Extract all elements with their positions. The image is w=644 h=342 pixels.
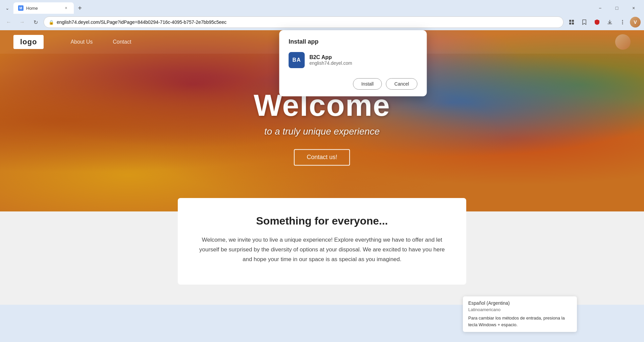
close-window-button[interactable]: × xyxy=(626,3,641,13)
app-domain: english74.deyel.com xyxy=(309,60,352,66)
toolbar-actions: V xyxy=(566,17,641,28)
svg-point-5 xyxy=(622,22,623,23)
maximize-button[interactable]: □ xyxy=(609,3,625,13)
install-button[interactable]: Install xyxy=(353,78,382,90)
active-tab[interactable]: M Home × xyxy=(13,2,74,14)
app-name: B2C App xyxy=(309,54,352,60)
bookmark-button[interactable] xyxy=(579,17,590,28)
cancel-button[interactable]: Cancel xyxy=(386,78,418,90)
svg-rect-1 xyxy=(572,20,574,22)
address-bar-row: ← → ↻ 🔒 english74.deyel.com/SLPage?idPag… xyxy=(0,14,644,30)
svg-point-4 xyxy=(622,20,623,21)
tab-strip: M Home × + xyxy=(13,2,591,14)
tab-overflow-btn[interactable]: ⌄ xyxy=(3,3,12,13)
svg-point-6 xyxy=(622,23,623,25)
window-controls: − □ × xyxy=(592,3,641,13)
minimize-button[interactable]: − xyxy=(592,3,608,13)
extensions-button[interactable] xyxy=(566,17,577,28)
language-option-2: Latinoamericano xyxy=(468,307,572,312)
svg-rect-0 xyxy=(569,20,571,22)
browser-chrome: ⌄ M Home × + − □ × ← → ↻ 🔒 english74.dey… xyxy=(0,0,644,30)
tab-close-button[interactable]: × xyxy=(63,5,69,11)
title-bar: ⌄ M Home × + − □ × xyxy=(0,0,644,14)
profile-avatar[interactable]: V xyxy=(630,17,641,28)
svg-rect-2 xyxy=(569,22,571,25)
dialog-buttons: Install Cancel xyxy=(288,78,417,90)
url-text: english74.deyel.com/SLPage?idPage=844b02… xyxy=(57,19,558,25)
bitwarden-button[interactable] xyxy=(592,17,602,28)
downloads-button[interactable] xyxy=(604,17,615,28)
language-option-1: Español (Argentina) xyxy=(468,300,572,306)
app-info: B2C App english74.deyel.com xyxy=(309,54,352,66)
dialog-title: Install app xyxy=(288,38,417,45)
new-tab-button[interactable]: + xyxy=(75,3,85,13)
language-hint: Para cambiar los métodos de entrada, pre… xyxy=(468,315,572,328)
forward-button[interactable]: → xyxy=(17,17,28,28)
app-icon: BA xyxy=(288,52,305,68)
lock-icon: 🔒 xyxy=(49,20,54,25)
tab-title: Home xyxy=(26,6,60,11)
language-tooltip: Español (Argentina) Latinoamericano Para… xyxy=(463,296,577,332)
tab-favicon: M xyxy=(18,5,23,11)
install-app-dialog: Install app BA B2C App english74.deyel.c… xyxy=(279,30,427,96)
menu-button[interactable] xyxy=(617,17,628,28)
svg-rect-3 xyxy=(572,22,574,25)
back-button[interactable]: ← xyxy=(3,17,14,28)
dialog-overlay: Install app BA B2C App english74.deyel.c… xyxy=(0,30,644,342)
address-bar[interactable]: 🔒 english74.deyel.com/SLPage?idPage=844b… xyxy=(44,16,564,28)
refresh-button[interactable]: ↻ xyxy=(30,17,41,28)
dialog-app-row: BA B2C App english74.deyel.com xyxy=(288,52,417,68)
